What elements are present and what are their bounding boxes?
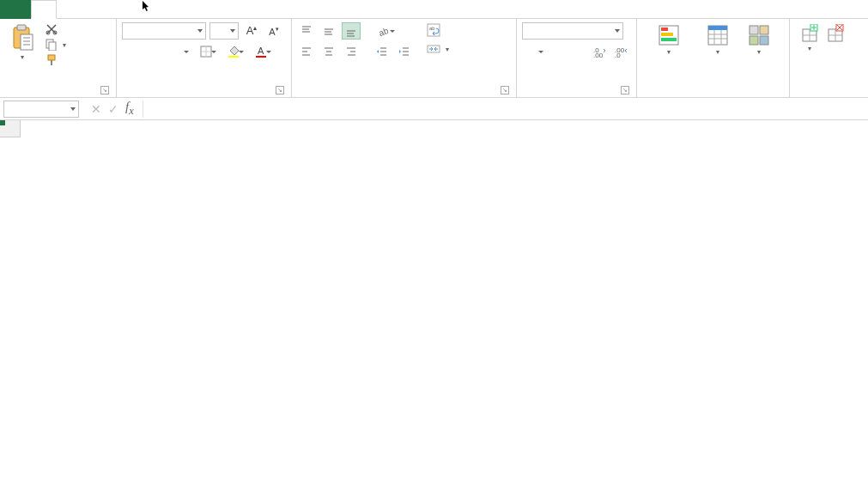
cell-styles-button[interactable]: ▾ — [740, 22, 778, 82]
group-styles: ▾ ▾ ▾ — [637, 19, 790, 98]
scissors-icon — [46, 23, 58, 35]
align-top-button[interactable] — [297, 22, 316, 40]
bucket-icon — [228, 46, 240, 58]
align-bottom-icon — [345, 25, 357, 37]
svg-rect-10 — [48, 55, 55, 60]
clipboard-icon — [10, 24, 34, 52]
fx-icon[interactable]: fx — [125, 100, 134, 118]
svg-rect-60 — [750, 26, 758, 34]
merge-center-button[interactable]: ▾ — [424, 41, 452, 57]
svg-rect-53 — [661, 38, 677, 41]
formula-input[interactable] — [143, 101, 868, 118]
comma-button[interactable] — [570, 43, 588, 60]
cell-styles-icon — [748, 24, 770, 46]
svg-rect-15 — [228, 56, 239, 58]
fill-color-button[interactable] — [222, 43, 246, 60]
align-center-icon — [323, 46, 335, 58]
clipboard-dialog-launcher[interactable]: ↘ — [100, 86, 109, 95]
svg-rect-62 — [750, 36, 758, 45]
align-top-icon — [300, 25, 313, 37]
conditional-formatting-button[interactable]: ▾ — [642, 22, 695, 82]
svg-rect-55 — [708, 26, 727, 30]
insert-cells-button[interactable]: ▾ — [795, 22, 824, 82]
spreadsheet-grid[interactable] — [0, 120, 868, 500]
format-table-icon — [707, 24, 729, 46]
tab-data[interactable] — [129, 0, 163, 19]
enter-formula-button[interactable]: ✓ — [108, 102, 118, 116]
percent-button[interactable] — [549, 43, 567, 60]
decrease-decimal-button[interactable]: .00.0 — [613, 43, 631, 60]
ribbon: ▾ ▾ ↘ A▴ A▾ A — [0, 19, 868, 98]
delete-cell-icon — [826, 24, 845, 43]
borders-button[interactable] — [194, 43, 218, 60]
svg-rect-2 — [21, 34, 33, 50]
increase-indent-button[interactable] — [395, 43, 414, 60]
underline-button[interactable] — [167, 43, 191, 60]
format-as-table-button[interactable]: ▾ — [695, 22, 740, 82]
increase-decimal-icon: .0.00 — [593, 46, 607, 58]
font-dialog-launcher[interactable]: ↘ — [276, 86, 284, 95]
copy-button[interactable]: ▾ — [43, 38, 69, 52]
increase-font-button[interactable]: A▴ — [242, 22, 261, 40]
decrease-indent-button[interactable] — [373, 43, 392, 60]
wrap-text-icon: ab — [427, 23, 440, 37]
insert-cell-icon — [800, 24, 819, 43]
increase-indent-icon — [398, 46, 410, 58]
paste-button[interactable]: ▾ — [5, 22, 39, 82]
align-middle-icon — [323, 25, 335, 37]
name-box[interactable] — [3, 101, 79, 118]
cancel-formula-button[interactable]: ✕ — [91, 102, 101, 116]
tab-insert[interactable] — [57, 0, 81, 19]
group-alignment: ab ab ▾ ↘ — [292, 19, 517, 98]
svg-rect-63 — [760, 36, 768, 45]
format-painter-button[interactable] — [43, 53, 69, 67]
increase-font-icon: A▴ — [246, 24, 258, 37]
tab-review[interactable] — [163, 0, 187, 19]
tab-view[interactable] — [187, 0, 211, 19]
borders-icon — [200, 46, 212, 58]
font-color-button[interactable]: A — [249, 43, 273, 60]
increase-decimal-button[interactable]: .0.00 — [592, 43, 610, 60]
tab-page-layout[interactable] — [81, 0, 105, 19]
alignment-dialog-launcher[interactable]: ↘ — [501, 86, 509, 95]
italic-button[interactable] — [144, 43, 163, 60]
currency-button[interactable] — [522, 43, 545, 60]
align-center-button[interactable] — [319, 43, 338, 60]
bold-button[interactable] — [122, 43, 141, 60]
svg-text:ab: ab — [379, 26, 390, 37]
tab-file[interactable] — [0, 0, 31, 19]
formula-bar: ✕ ✓ fx — [0, 98, 868, 120]
tab-formulas[interactable] — [105, 0, 129, 19]
decrease-font-icon: A▾ — [269, 26, 278, 37]
svg-rect-52 — [661, 33, 673, 36]
delete-cells-button[interactable] — [824, 22, 847, 82]
align-right-button[interactable] — [342, 43, 361, 60]
align-left-button[interactable] — [297, 43, 316, 60]
tab-home[interactable] — [31, 0, 57, 19]
cut-button[interactable] — [43, 22, 69, 36]
font-color-icon: A — [255, 46, 267, 58]
orientation-icon: ab — [379, 25, 391, 37]
group-number: .0.00 .00.0 ↘ — [517, 19, 637, 98]
align-bottom-button[interactable] — [342, 22, 361, 40]
wrap-text-button[interactable]: ab — [424, 22, 452, 38]
svg-rect-1 — [17, 25, 26, 30]
cursor-icon — [143, 0, 151, 19]
decrease-font-button[interactable]: A▾ — [264, 22, 283, 40]
conditional-formatting-icon — [658, 24, 680, 46]
decrease-decimal-icon: .00.0 — [615, 46, 628, 58]
chevron-down-icon: ▾ — [21, 53, 24, 61]
align-middle-button[interactable] — [319, 22, 338, 40]
svg-text:.00: .00 — [593, 52, 604, 58]
group-clipboard: ▾ ▾ ↘ — [0, 19, 117, 98]
svg-rect-17 — [256, 56, 266, 58]
font-name-select[interactable] — [122, 22, 206, 40]
align-right-icon — [345, 46, 357, 58]
svg-text:A: A — [258, 46, 264, 56]
number-dialog-launcher[interactable]: ↘ — [621, 86, 629, 95]
font-size-select[interactable] — [209, 22, 239, 40]
select-all-corner[interactable] — [0, 120, 21, 137]
orientation-button[interactable]: ab — [373, 22, 397, 40]
ribbon-tabs — [0, 0, 868, 19]
number-format-select[interactable] — [522, 22, 623, 40]
